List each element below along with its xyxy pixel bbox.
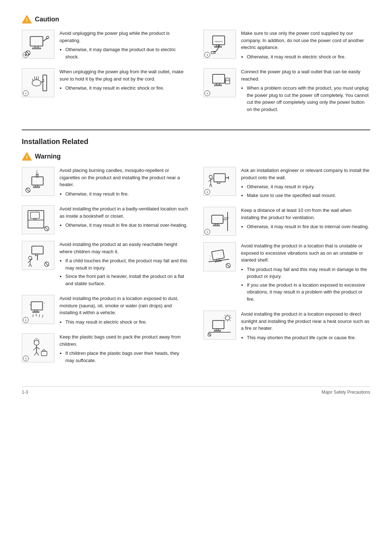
caution-columns: ⊘ Avoid unplugging the power plug while …: [22, 30, 370, 121]
caution-section: ! Caution: [22, 15, 370, 121]
svg-line-75: [211, 178, 213, 180]
warn-text-5: Keep the plastic bags used to pack the p…: [60, 333, 189, 365]
warning-label: ! Warning: [22, 152, 370, 161]
caution-triangle-icon: !: [22, 15, 32, 24]
svg-line-43: [45, 227, 48, 230]
caution-img-4: i: [203, 68, 236, 97]
svg-point-64: [34, 340, 39, 345]
svg-rect-19: [215, 46, 221, 47]
svg-rect-24: [215, 85, 221, 86]
svg-rect-40: [30, 212, 40, 218]
svg-line-52: [30, 264, 32, 267]
svg-point-27: [228, 79, 229, 81]
svg-line-66: [33, 347, 37, 350]
caution-img-1: ⊘: [22, 30, 54, 59]
svg-line-61: [42, 315, 43, 317]
svg-rect-72: [217, 182, 220, 183]
svg-line-49: [28, 260, 30, 263]
svg-line-110: [208, 333, 211, 336]
caution-text-3: Make sure to use only the power cord sup…: [241, 30, 370, 62]
badge-no-1: ⊘: [23, 52, 29, 58]
svg-point-12: [32, 79, 41, 86]
svg-text:!: !: [26, 154, 28, 160]
warn-img-9: [203, 311, 236, 340]
section-divider: [22, 130, 370, 130]
badge-info-2: i: [23, 90, 29, 96]
svg-line-14: [34, 77, 35, 80]
page-content: ! Caution: [22, 15, 370, 395]
svg-line-60: [39, 314, 40, 317]
svg-line-92: [209, 255, 211, 257]
svg-rect-89: [212, 250, 224, 260]
svg-rect-91: [215, 260, 221, 262]
warn-img-4: i: [22, 295, 54, 324]
warn-item-7: 10cm i Keep a distance of at least 10 cm…: [203, 207, 370, 236]
svg-line-51: [29, 264, 30, 267]
caution-text-2: When unplugging the power plug from the …: [60, 68, 189, 93]
svg-rect-45: [35, 254, 38, 255]
installation-section: Installation Related ! Warning: [22, 138, 370, 372]
warn-text-9: Avoid installing the product in a locati…: [241, 311, 370, 342]
svg-text:10cm: 10cm: [224, 216, 229, 218]
badge-info-w6: i: [204, 189, 210, 195]
warn-item-9: Avoid installing the product in a locati…: [203, 311, 370, 342]
caution-title: ! Caution: [22, 15, 370, 24]
svg-line-93: [209, 258, 211, 260]
warn-item-3: Avoid installing the product at an easil…: [22, 241, 189, 288]
svg-point-35: [36, 173, 38, 175]
svg-line-67: [37, 347, 40, 349]
svg-rect-22: [213, 74, 225, 83]
svg-line-103: [230, 320, 230, 321]
caution-img-3: SAMSUNG i: [203, 30, 236, 59]
footer-page-number: 1-3: [22, 390, 28, 395]
warning-columns: Avoid placing burning candles, mosquito-…: [22, 167, 370, 372]
svg-rect-96: [213, 320, 224, 329]
warn-text-1: Avoid placing burning candles, mosquito-…: [60, 167, 189, 199]
warn-item-4: i Avoid installing the product in a loca…: [22, 295, 189, 327]
svg-line-77: [209, 184, 211, 187]
svg-rect-82: [212, 215, 223, 223]
svg-line-105: [225, 320, 225, 321]
warn-img-8: [203, 242, 236, 271]
svg-rect-25: [225, 78, 230, 84]
caution-item-2: i When unplugging the power plug from th…: [22, 68, 189, 97]
warn-item-2: Avoid installing the product in a badly-…: [22, 205, 189, 234]
svg-line-58: [33, 314, 33, 317]
badge-info-3: i: [204, 52, 210, 58]
warn-item-6: i Ask an installation engineer or releva…: [203, 167, 370, 200]
warn-img-7: 10cm i: [203, 207, 236, 236]
svg-text:SAMSUNG: SAMSUNG: [215, 40, 223, 42]
badge-info-w4: i: [23, 317, 29, 323]
svg-rect-55: [31, 301, 43, 310]
svg-point-99: [225, 316, 230, 320]
warning-left-col: Avoid placing burning candles, mosquito-…: [22, 167, 189, 372]
svg-line-76: [208, 180, 211, 181]
svg-line-59: [36, 313, 37, 316]
warning-right-col: i Ask an installation engineer or releva…: [203, 167, 370, 372]
svg-rect-71: [214, 173, 225, 182]
svg-rect-98: [214, 330, 221, 331]
svg-rect-44: [32, 246, 44, 254]
svg-line-54: [45, 262, 48, 266]
svg-point-26: [226, 79, 228, 81]
warn-text-8: Avoid installing the product in a locati…: [241, 242, 370, 304]
badge-info-w7: i: [204, 229, 210, 235]
caution-item-3: SAMSUNG i Make sure to use only the powe…: [203, 30, 370, 62]
caution-item-1: ⊘ Avoid unplugging the power plug while …: [22, 30, 189, 62]
caution-text-1: Avoid unplugging the power plug while th…: [60, 30, 189, 62]
svg-rect-2: [30, 36, 43, 46]
warn-img-5: i: [22, 333, 54, 362]
caution-text-4: Connect the power plug to a wall outlet …: [241, 68, 370, 114]
svg-text:!: !: [26, 17, 28, 23]
warn-item-8: Avoid installing the product in a locati…: [203, 242, 370, 304]
svg-rect-4: [32, 48, 41, 49]
caution-left-col: ⊘ Avoid unplugging the power plug while …: [22, 30, 189, 121]
svg-rect-57: [33, 311, 39, 312]
caution-img-2: i: [22, 68, 54, 97]
svg-line-68: [34, 352, 37, 355]
svg-line-95: [226, 264, 230, 267]
badge-info-w5: i: [23, 356, 29, 361]
warn-img-2: [22, 205, 54, 234]
warn-img-1: [22, 167, 54, 196]
svg-line-78: [211, 184, 212, 187]
